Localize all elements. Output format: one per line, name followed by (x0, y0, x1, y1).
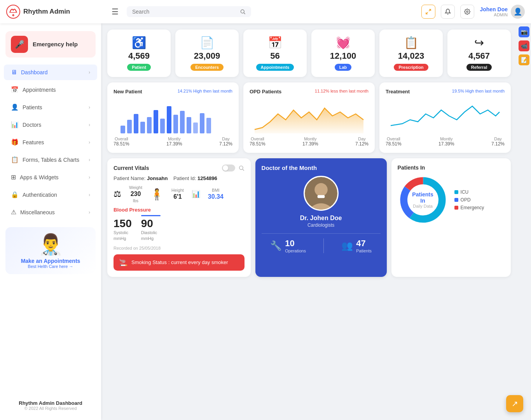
expand-icon-btn[interactable] (421, 5, 435, 19)
stat-card-encounters: 📄 23,009 Encounters (175, 30, 239, 77)
svg-point-7 (466, 11, 468, 12)
svg-rect-20 (200, 113, 204, 133)
patients-in-card: Patients In Patients In Daily Data (391, 158, 511, 277)
sidebar-item-apps[interactable]: ⊞ Apps & Widgets › (4, 169, 97, 185)
promo-title: Make an Appointments (11, 258, 90, 264)
bmi-label: BMI (212, 188, 220, 192)
diastolic-unit: mmHg (141, 236, 161, 242)
sidebar-item-doctors[interactable]: 📊 Doctors › (4, 117, 97, 133)
sidebar-item-appointments[interactable]: 📅 Appointments (4, 82, 97, 98)
user-role: ADMIN (480, 12, 508, 17)
chart-title-treatment: Treatment (386, 89, 410, 94)
patient-count: 4,569 (113, 51, 165, 61)
svg-rect-26 (317, 195, 325, 198)
encounters-badge: Encounters (190, 64, 224, 71)
chart-title-new-patient: New Patient (114, 89, 142, 94)
sidebar-item-label: Apps & Widgets (20, 174, 59, 180)
appointments-count: 56 (249, 51, 301, 61)
sidebar-item-dashboard[interactable]: 🖥 Dashboard › (4, 65, 97, 80)
svg-rect-9 (127, 120, 132, 133)
sidebar-item-authentication[interactable]: 🔒 Authentication › (4, 187, 97, 203)
sidebar-footer-copy: © 2022 All Rights Reserved (7, 406, 94, 411)
sidebar-item-label: Patients (23, 104, 42, 110)
doctor-operations: 🔧 10 Operations (270, 238, 306, 253)
settings-btn[interactable] (460, 5, 474, 19)
svg-line-4 (244, 13, 245, 14)
opd-dot (454, 198, 458, 202)
stat-card-referral: ↪ 4,567 Referral (447, 30, 511, 77)
sidebar-item-miscellaneous[interactable]: ⚠ Miscellaneous › (4, 204, 97, 220)
sidebar-item-features[interactable]: 🎁 Features › (4, 134, 97, 150)
search-input[interactable] (132, 9, 237, 15)
encounters-count: 23,009 (181, 51, 233, 61)
chart-title-opd: OPD Patients (250, 89, 281, 94)
lab-icon: 💓 (317, 36, 369, 49)
lab-count: 12,100 (317, 51, 369, 61)
top-header: Rhythm Admin ☰ Johe (0, 0, 531, 23)
doctors-icon: 📊 (11, 121, 19, 128)
chevron-right-icon: › (89, 140, 90, 145)
promo-illustration: 👨‍⚕️ (11, 233, 90, 256)
smoking-status-text: Smoking Status : current every day smoke… (131, 259, 228, 265)
hamburger-menu[interactable]: ☰ (107, 7, 123, 16)
svg-rect-18 (187, 117, 191, 133)
weight-value: 230 (131, 191, 141, 198)
promo-subtitle: Best Helth Care here → (11, 264, 90, 269)
diastolic-value: 90 (141, 217, 153, 229)
doctor-specialty: Cardiologists (307, 222, 334, 228)
patient-info: Patient Name: Jonsahn Patient Id: 125489… (114, 175, 245, 181)
record-btn[interactable]: 📹 (519, 40, 529, 51)
user-info[interactable]: Johen Doe ADMIN 👤 (480, 5, 525, 19)
chart-stats-treatment: Overall 78.51% Montly 17.39% Day 7.12% (386, 136, 505, 147)
vitals-title: Current Vitals (114, 165, 149, 171)
encounters-icon: 📄 (181, 36, 233, 49)
referral-count: 4,567 (453, 51, 505, 61)
treatment-chart-area (386, 98, 505, 133)
sticky-btn[interactable]: 📝 (519, 54, 529, 65)
screenshot-btn[interactable]: 📷 (519, 26, 529, 37)
sidebar-footer-title: Rhythm Admin Dashboard (7, 400, 94, 406)
smoking-status-banner: 🚬 Smoking Status : current every day smo… (114, 254, 245, 271)
vitals-search-icon[interactable] (238, 165, 245, 171)
chart-stats-new-patient: Overall 78.51% Montly 17.39% Day 7.12% (114, 136, 232, 147)
chevron-right-icon: › (89, 105, 90, 110)
fab-button[interactable]: ↗ (506, 395, 523, 412)
doctor-avatar (304, 176, 339, 211)
smoking-icon: 🚬 (119, 258, 128, 267)
doctor-patients-icon: 👥 (341, 240, 353, 251)
logo-area: Rhythm Admin (6, 5, 107, 19)
stat-card-prescription: 📋 14,023 Prescription (379, 30, 443, 77)
patients-icon: 👤 (11, 103, 19, 111)
stat-divider (323, 238, 324, 253)
svg-point-25 (314, 183, 328, 196)
recorded-date: Recorded on 25/05/2018 (114, 246, 245, 250)
stat-card-patient: ♿ 4,569 Patient (107, 30, 171, 77)
svg-rect-10 (134, 114, 138, 133)
stat-cards-row: ♿ 4,569 Patient 📄 23,009 Encounters 📅 56… (107, 30, 511, 77)
emergency-button[interactable]: 🎤 Emergency help (5, 31, 96, 58)
vitals-toggle[interactable] (222, 164, 235, 172)
chevron-right-icon: › (89, 70, 90, 75)
search-area[interactable] (127, 6, 251, 17)
area-chart-svg-treatment (386, 98, 505, 133)
sidebar-promo[interactable]: 👨‍⚕️ Make an Appointments Best Helth Car… (5, 227, 96, 274)
sidebar-item-forms[interactable]: 📋 Forms, Tables & Charts › (4, 152, 97, 168)
opd-chart-area (250, 98, 369, 133)
sidebar-item-patients[interactable]: 👤 Patients › (4, 99, 97, 115)
chart-trend-opd: 11.12% less then last month (315, 89, 369, 93)
svg-line-23 (243, 169, 244, 171)
monthly-value: 17.39% (166, 141, 182, 147)
chart-treatment: Treatment 19.5% High then last month Ove… (379, 82, 511, 153)
weight-unit: lbs (133, 198, 138, 203)
main-content: ♿ 4,569 Patient 📄 23,009 Encounters 📅 56… (101, 23, 517, 420)
patient-badge: Patient (127, 64, 151, 71)
prescription-badge: Prescription (394, 64, 428, 71)
bottom-row: Current Vitals Patient Name: Jonsahn Pat… (107, 158, 511, 277)
notification-btn[interactable] (441, 5, 455, 19)
opd-label: OPD (461, 197, 471, 203)
emergency-icon: 🎤 (11, 36, 28, 53)
doctor-patients-label: Patients (356, 248, 372, 253)
apps-icon: ⊞ (11, 173, 16, 181)
new-patient-chart-area (114, 98, 232, 133)
doctor-name: Dr. Johen Doe (300, 215, 342, 222)
